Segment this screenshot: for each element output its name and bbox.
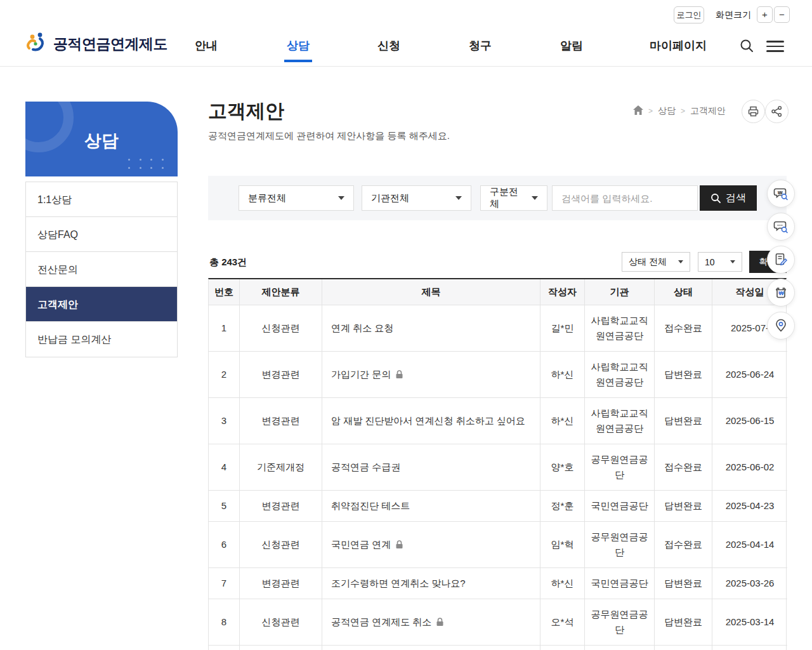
row-category: 신청관련 <box>240 599 322 646</box>
home-icon[interactable] <box>633 105 643 117</box>
row-no: 2 <box>209 352 240 398</box>
svg-text:₩: ₩ <box>778 190 783 196</box>
won-chat-search-icon[interactable]: ₩ <box>767 180 795 208</box>
row-author: 하*신 <box>540 568 585 599</box>
sidebar-item-1to1-counsel[interactable]: 1:1상담 <box>26 182 177 217</box>
col-institution: 기관 <box>585 279 655 305</box>
row-title-link[interactable]: 조기수령하면 연계취소 맞나요? <box>322 568 540 599</box>
row-author: 오*석 <box>540 599 585 646</box>
lock-icon <box>395 370 403 379</box>
nav-mypage[interactable]: 마이페이지 <box>650 38 707 53</box>
status-filter-value: 상태 전체 <box>629 256 667 268</box>
category-filter-select[interactable]: 분류전체 <box>239 185 354 211</box>
row-date: 2025-06-02 <box>712 444 787 491</box>
nav-claim[interactable]: 청구 <box>469 38 492 53</box>
sidebar-title: 상담 <box>25 129 178 152</box>
search-button[interactable]: 검색 <box>700 185 757 211</box>
total-count: 총 243건 <box>209 256 247 269</box>
page-size-select[interactable]: 10 <box>698 252 742 272</box>
row-status: 접수완료 <box>655 522 712 568</box>
search-input[interactable] <box>552 185 698 211</box>
row-no: 1 <box>209 305 240 352</box>
chat-search-icon[interactable] <box>767 213 795 241</box>
row-no: 5 <box>209 491 240 522</box>
search-icon[interactable] <box>737 37 756 56</box>
row-status: 답변완료 <box>655 398 712 444</box>
row-title-link[interactable]: 가입기간 문의 <box>322 352 540 398</box>
col-no: 번호 <box>209 279 240 305</box>
table-row: 2 변경관련 가입기간 문의 하*신 사립학교교직원연금공단 답변완료 2025… <box>209 352 786 398</box>
row-status: 답변완료 <box>655 352 712 398</box>
row-status: 접수완료 <box>655 444 712 491</box>
row-title-link[interactable]: 공적연금 연계제도 취소 <box>322 599 540 646</box>
table-row: 7 변경관련 조기수령하면 연계취소 맞나요? 하*신 국민연금공단 답변완료 … <box>209 568 786 599</box>
sidebar-menu: 1:1상담 상담FAQ 전산문의 고객제안 반납금 모의계산 <box>25 182 178 357</box>
row-institution: 국민연금공단 <box>585 491 655 522</box>
login-button[interactable]: 로그인 <box>674 6 704 23</box>
row-category: 변경관련 <box>240 568 322 599</box>
sidebar-item-faq[interactable]: 상담FAQ <box>26 217 177 252</box>
row-title-text: 조기수령하면 연계취소 맞나요? <box>331 576 466 591</box>
share-icon[interactable] <box>765 100 789 123</box>
breadcrumb-current: 고객제안 <box>690 105 726 117</box>
table-row: 6 신청관련 국민연금 연계 임*혁 공무원연금공단 접수완료 2025-04-… <box>209 522 786 568</box>
nav-counsel[interactable]: 상담 <box>287 38 310 53</box>
table-row-partial <box>209 646 786 650</box>
row-title-link[interactable]: 국민연금 연계 <box>322 522 540 568</box>
table-row: 1 신청관련 연계 취소 요청 길*민 사립학교교직원연금공단 접수완료 202… <box>209 305 786 352</box>
row-author: 정*훈 <box>540 491 585 522</box>
table-row: 4 기준제개정 공적연금 수급권 양*호 공무원연금공단 접수완료 2025-0… <box>209 444 786 491</box>
division-filter-select[interactable]: 구분전체 <box>480 185 547 211</box>
row-institution: 사립학교교직원연금공단 <box>585 305 655 352</box>
row-institution: 국민연금공단 <box>585 568 655 599</box>
pension-pot-icon[interactable]: ₩ <box>767 279 795 307</box>
row-author: 양*호 <box>540 444 585 491</box>
row-institution: 공무원연금공단 <box>585 599 655 646</box>
chevron-down-icon <box>730 260 735 263</box>
row-title-text: 가입기간 문의 <box>331 367 391 382</box>
row-status: 답변완료 <box>655 599 712 646</box>
logo-text: 공적연금연계제도 <box>53 34 167 54</box>
row-no: 4 <box>209 444 240 491</box>
chevron-down-icon <box>678 260 683 263</box>
document-edit-icon[interactable] <box>767 246 795 274</box>
row-date: 2025-04-14 <box>712 522 787 568</box>
row-title-text: 공적연금 연계제도 취소 <box>331 614 431 630</box>
row-no: 7 <box>209 568 240 599</box>
row-category: 변경관련 <box>240 491 322 522</box>
row-category: 변경관련 <box>240 352 322 398</box>
row-date: 2025-03-14 <box>712 599 787 646</box>
nav-guide[interactable]: 안내 <box>195 38 218 53</box>
row-title-link[interactable]: 암 재발 진단받아서 연계신청 취소하고 싶어요 <box>322 398 540 444</box>
status-filter-select[interactable]: 상태 전체 <box>622 252 690 272</box>
nav-notice[interactable]: 알림 <box>560 38 583 53</box>
row-author: 하*신 <box>540 398 585 444</box>
sidebar-item-customer-suggestion[interactable]: 고객제안 <box>26 287 177 322</box>
font-decrease-button[interactable]: − <box>774 6 790 23</box>
row-category: 신청관련 <box>240 522 322 568</box>
sidebar-item-refund-simulation[interactable]: 반납금 모의계산 <box>26 322 177 357</box>
row-institution: 사립학교교직원연금공단 <box>585 352 655 398</box>
table-row: 8 신청관련 공적연금 연계제도 취소 오*석 공무원연금공단 답변완료 202… <box>209 599 786 646</box>
breadcrumb-separator: > <box>648 107 653 116</box>
breadcrumb-counsel[interactable]: 상담 <box>658 105 676 117</box>
row-title-link[interactable]: 공적연금 수급권 <box>322 444 540 491</box>
row-category: 기준제개정 <box>240 444 322 491</box>
active-nav-underline <box>284 60 312 62</box>
printer-icon[interactable] <box>742 100 765 123</box>
row-title-link[interactable]: 연계 취소 요청 <box>322 305 540 352</box>
page-root: 로그인 화면크기 + − 공적연금연계제도 안내 상담 신청 청구 알림 마이페… <box>0 0 812 650</box>
institution-filter-select[interactable]: 기관전체 <box>362 185 471 211</box>
chevron-down-icon <box>532 196 538 200</box>
hamburger-menu-icon[interactable] <box>766 37 785 56</box>
row-title-link[interactable]: 취약점진단 테스트 <box>322 491 540 522</box>
nav-apply[interactable]: 신청 <box>377 38 400 53</box>
site-logo[interactable]: 공적연금연계제도 <box>24 30 167 57</box>
location-pin-icon[interactable] <box>767 312 795 340</box>
sidebar-item-it-inquiry[interactable]: 전산문의 <box>26 252 177 287</box>
row-date: 2025-06-24 <box>712 352 787 398</box>
font-increase-button[interactable]: + <box>757 6 773 23</box>
row-category: 신청관련 <box>240 305 322 352</box>
row-institution: 공무원연금공단 <box>585 444 655 491</box>
col-category: 제안분류 <box>240 279 322 305</box>
